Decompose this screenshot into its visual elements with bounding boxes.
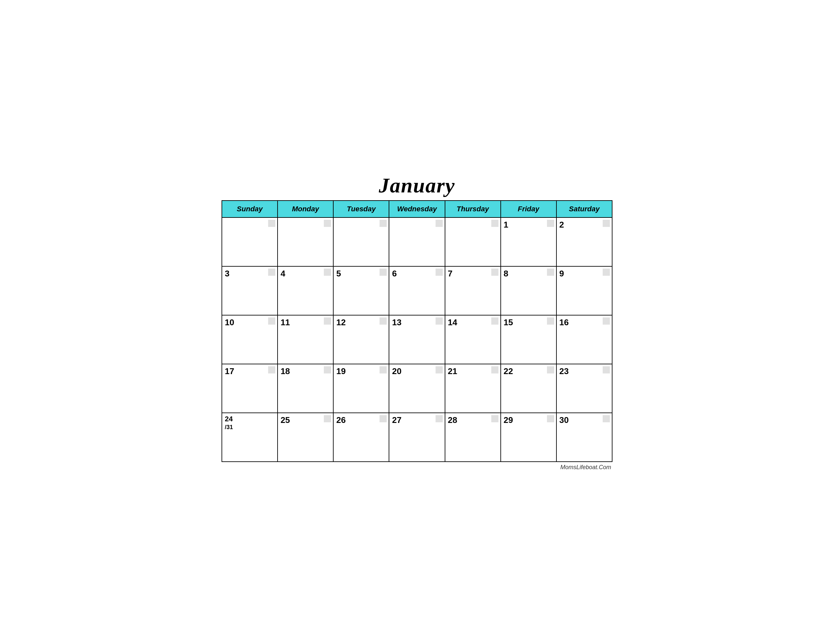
- corner-mark: [268, 220, 275, 227]
- corner-mark: [603, 269, 610, 276]
- day-number: 11: [281, 318, 330, 328]
- calendar-cell: 20: [389, 364, 445, 413]
- corner-mark: [603, 415, 610, 422]
- day-number: 22: [504, 366, 553, 376]
- calendar-cell: [278, 218, 333, 266]
- day-header-thursday: Thursday: [445, 200, 501, 218]
- week-row-2: 3456789: [222, 266, 612, 315]
- corner-mark: [547, 366, 554, 373]
- calendar-cell: 3: [222, 266, 278, 315]
- calendar-table: SundayMondayTuesdayWednesdayThursdayFrid…: [221, 200, 613, 462]
- watermark: MomsLifeboat.Com: [221, 464, 613, 471]
- calendar-cell: 21: [445, 364, 501, 413]
- day-number: 16: [559, 318, 609, 328]
- day-number: 12: [336, 318, 386, 328]
- corner-mark: [380, 220, 387, 227]
- day-number: 2: [559, 220, 609, 230]
- corner-mark: [547, 220, 554, 227]
- day-header-saturday: Saturday: [556, 200, 612, 218]
- week-row-1: 12: [222, 218, 612, 266]
- calendar-cell: 1: [501, 218, 556, 266]
- corner-mark: [491, 415, 498, 422]
- day-number: 13: [392, 318, 442, 328]
- day-number: 1: [504, 220, 553, 230]
- calendar-cell: [222, 218, 278, 266]
- corner-mark: [324, 318, 331, 324]
- corner-mark: [603, 220, 610, 227]
- corner-mark: [491, 269, 498, 276]
- day-number: 27: [392, 415, 442, 425]
- day-number: 7: [448, 269, 498, 279]
- day-header-monday: Monday: [278, 200, 333, 218]
- day-header-wednesday: Wednesday: [389, 200, 445, 218]
- day-number: 28: [448, 415, 498, 425]
- header-row: SundayMondayTuesdayWednesdayThursdayFrid…: [222, 200, 612, 218]
- day-number: 29: [504, 415, 553, 425]
- calendar-cell: 30: [556, 413, 612, 462]
- calendar-cell: 23: [556, 364, 612, 413]
- corner-mark: [380, 366, 387, 373]
- day-number: 10: [225, 318, 275, 328]
- day-number: 5: [336, 269, 386, 279]
- calendar-cell: 28: [445, 413, 501, 462]
- calendar-cell: 26: [333, 413, 389, 462]
- day-number: 23: [559, 366, 609, 376]
- day-number: 24/31: [225, 415, 275, 431]
- calendar-cell: 27: [389, 413, 445, 462]
- calendar-cell: 8: [501, 266, 556, 315]
- corner-mark: [491, 220, 498, 227]
- day-number: 4: [281, 269, 330, 279]
- corner-mark: [547, 318, 554, 324]
- week-row-5: 24/31252627282930: [222, 413, 612, 462]
- week-row-3: 10111213141516: [222, 315, 612, 364]
- calendar-cell: 19: [333, 364, 389, 413]
- calendar-cell: 6: [389, 266, 445, 315]
- calendar-cell: 24/31: [222, 413, 278, 462]
- calendar-cell: 22: [501, 364, 556, 413]
- calendar-cell: 14: [445, 315, 501, 364]
- calendar-cell: 12: [333, 315, 389, 364]
- corner-mark: [436, 220, 443, 227]
- corner-mark: [268, 366, 275, 373]
- day-number: 8: [504, 269, 553, 279]
- calendar-cell: 2: [556, 218, 612, 266]
- corner-mark: [436, 269, 443, 276]
- calendar-wrapper: January SundayMondayTuesdayWednesdayThur…: [221, 174, 613, 471]
- day-number: 14: [448, 318, 498, 328]
- day-number: 6: [392, 269, 442, 279]
- calendar-cell: 17: [222, 364, 278, 413]
- calendar-cell: 18: [278, 364, 333, 413]
- day-header-friday: Friday: [501, 200, 556, 218]
- calendar-cell: 9: [556, 266, 612, 315]
- calendar-cell: 4: [278, 266, 333, 315]
- day-number: 21: [448, 366, 498, 376]
- corner-mark: [436, 366, 443, 373]
- corner-mark: [324, 220, 331, 227]
- calendar-cell: 10: [222, 315, 278, 364]
- calendar-cell: [333, 218, 389, 266]
- corner-mark: [380, 318, 387, 324]
- corner-mark: [547, 415, 554, 422]
- calendar-cell: 29: [501, 413, 556, 462]
- week-row-4: 17181920212223: [222, 364, 612, 413]
- corner-mark: [436, 415, 443, 422]
- calendar-cell: [445, 218, 501, 266]
- corner-mark: [268, 269, 275, 276]
- corner-mark: [324, 269, 331, 276]
- day-number: 19: [336, 366, 386, 376]
- corner-mark: [603, 366, 610, 373]
- corner-mark: [603, 318, 610, 324]
- day-number: 3: [225, 269, 275, 279]
- day-number: 20: [392, 366, 442, 376]
- day-number: 17: [225, 366, 275, 376]
- corner-mark: [491, 318, 498, 324]
- day-header-sunday: Sunday: [222, 200, 278, 218]
- corner-mark: [491, 366, 498, 373]
- day-number: 25: [281, 415, 330, 425]
- calendar-cell: 25: [278, 413, 333, 462]
- day-header-tuesday: Tuesday: [333, 200, 389, 218]
- corner-mark: [380, 269, 387, 276]
- corner-mark: [268, 318, 275, 324]
- corner-mark: [324, 366, 331, 373]
- day-number: 18: [281, 366, 330, 376]
